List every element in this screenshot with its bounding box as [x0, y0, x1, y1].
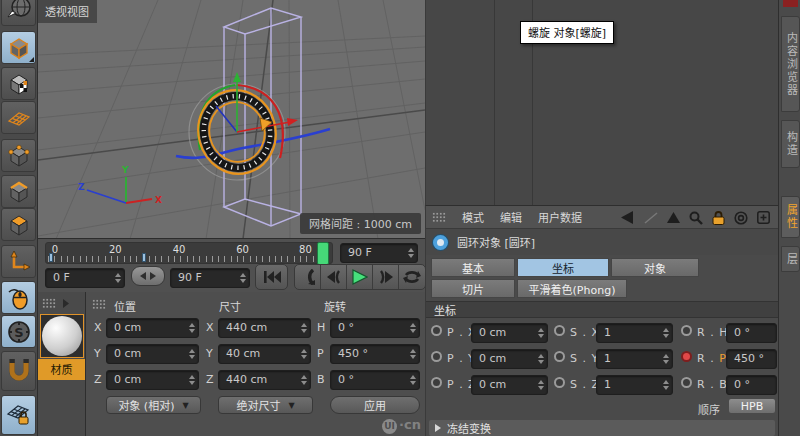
forward-arrow-icon[interactable]	[644, 212, 658, 224]
tab-coordinates[interactable]: 坐标	[517, 258, 609, 277]
keyframe-dot-active[interactable]	[681, 351, 692, 362]
range-start-field[interactable]: 0 F	[45, 268, 125, 288]
position-z-field[interactable]: 0 cm	[106, 370, 199, 390]
tab-slice[interactable]: 切片	[431, 279, 515, 298]
axis-label: Y	[94, 347, 101, 360]
viewport-nav-button[interactable]	[1, 281, 36, 314]
play-button[interactable]	[347, 265, 373, 289]
coordinate-panel: 位置 尺寸 旋转 X 0 cm X 440 cm H 0 ° Y 0 cm Y …	[86, 292, 425, 436]
prev-frame-button[interactable]	[321, 265, 347, 289]
material-thumbnail[interactable]	[40, 314, 84, 358]
spinner[interactable]	[115, 269, 121, 287]
keyframe-dot[interactable]	[431, 351, 442, 362]
rotation-b-field[interactable]: 0 °	[330, 370, 420, 390]
camera-move-button[interactable]	[1, 0, 36, 26]
transport-controls	[294, 264, 426, 290]
tab-structure[interactable]: 构造	[781, 120, 800, 168]
texture-mode-button[interactable]	[1, 67, 36, 100]
axis-mode-button[interactable]	[1, 245, 36, 278]
menu-edit[interactable]: 编辑	[500, 209, 522, 225]
back-arrow-icon[interactable]	[619, 211, 635, 224]
sy-field[interactable]: 1	[596, 349, 673, 369]
size-mode-select[interactable]: 绝对尺寸▼	[218, 396, 313, 414]
keyframe-dot[interactable]	[431, 377, 442, 388]
prev-key-button[interactable]	[295, 265, 321, 289]
range-end-field[interactable]: 90 F	[170, 268, 250, 288]
tab-object[interactable]: 对象	[611, 258, 699, 277]
playhead[interactable]	[317, 242, 329, 265]
pz-field[interactable]: 0 cm	[471, 375, 548, 395]
position-y-field[interactable]: 0 cm	[106, 344, 199, 364]
selected-object-row[interactable]: 圆环对象 [圆环]	[426, 229, 778, 255]
timeline-ruler[interactable]: 0 20 40 60 80	[45, 242, 333, 264]
polygons-mode-button[interactable]	[1, 208, 36, 241]
range-nudge-button[interactable]	[131, 266, 165, 286]
expand-arrow-icon[interactable]	[62, 299, 69, 308]
panel-grip[interactable]	[92, 299, 106, 310]
sz-field[interactable]: 1	[596, 375, 673, 395]
workplane-lock-button[interactable]	[1, 395, 36, 435]
keyframe-marker[interactable]	[142, 253, 146, 262]
snap-button[interactable]: S	[1, 315, 36, 348]
tab-attributes[interactable]: 属性	[781, 196, 800, 238]
perspective-viewport[interactable]: Y X Z 透视视图 网格间距 : 1000 cm	[38, 0, 425, 239]
tick-label: 80	[299, 244, 312, 255]
column-divider	[494, 0, 495, 205]
tab-phong[interactable]: 平滑着色(Phong)	[517, 279, 627, 298]
keyframe-dot[interactable]	[681, 377, 692, 388]
rotation-p-field[interactable]: 450 °	[330, 344, 420, 364]
mouse-icon	[7, 286, 31, 310]
loop-button[interactable]	[399, 265, 425, 289]
keyframe-dot[interactable]	[554, 351, 565, 362]
rp-field[interactable]: 450 °	[726, 349, 777, 369]
position-x-field[interactable]: 0 cm	[106, 318, 199, 338]
keyframe-dot[interactable]	[554, 325, 565, 336]
target-icon[interactable]	[734, 211, 748, 225]
size-y-field[interactable]: 40 cm	[218, 344, 311, 364]
tick-label: 60	[236, 244, 249, 255]
size-z-field[interactable]: 440 cm	[218, 370, 311, 390]
svg-text:S: S	[14, 324, 23, 339]
sx-field[interactable]: 1	[596, 323, 673, 343]
spinner[interactable]	[408, 244, 414, 262]
left-toolbar: S	[0, 0, 38, 436]
freeze-transform-section[interactable]: 冻结变换	[429, 420, 775, 436]
px-field[interactable]: 0 cm	[471, 323, 548, 343]
model-mode-button[interactable]	[1, 31, 36, 64]
lock-icon[interactable]	[712, 211, 725, 225]
py-field[interactable]: 0 cm	[471, 349, 548, 369]
panel-grip[interactable]	[432, 212, 446, 223]
object-manager[interactable]: 螺旋 对象[螺旋]	[425, 0, 778, 205]
keyframe-marker[interactable]	[49, 253, 53, 262]
rb-field[interactable]: 0 °	[726, 375, 777, 395]
tab-basic[interactable]: 基本	[431, 258, 515, 277]
menu-user-data[interactable]: 用户数据	[538, 209, 582, 225]
keyframe-dot[interactable]	[554, 377, 565, 388]
material-name-label[interactable]: 材质	[38, 359, 85, 380]
spinner[interactable]	[240, 269, 246, 287]
jump-start-button[interactable]	[255, 264, 288, 290]
magnet-button[interactable]	[1, 351, 36, 391]
keyframe-dot[interactable]	[431, 325, 442, 336]
order-select[interactable]: HPB	[728, 398, 776, 414]
coordinates-section-header[interactable]: 坐标	[426, 301, 778, 318]
up-arrow-icon[interactable]	[667, 211, 680, 224]
rotation-h-field[interactable]: 0 °	[330, 318, 420, 338]
axis-label: X	[206, 321, 214, 334]
size-x-field[interactable]: 440 cm	[218, 318, 311, 338]
add-panel-icon[interactable]	[757, 211, 770, 224]
tab-content-browser[interactable]: 内容浏览器	[781, 16, 800, 112]
tab-layers[interactable]: 层	[781, 246, 800, 272]
keyframe-dot[interactable]	[681, 325, 692, 336]
search-icon[interactable]	[689, 211, 703, 225]
playhead-frame-field[interactable]: 90 F	[340, 243, 418, 263]
panel-grip[interactable]	[42, 298, 56, 309]
menu-mode[interactable]: 模式	[462, 209, 484, 225]
coord-mode-select[interactable]: 对象 (相对)▼	[106, 396, 201, 414]
workplane-button[interactable]	[1, 101, 36, 134]
rh-field[interactable]: 0 °	[726, 323, 777, 343]
points-mode-button[interactable]	[1, 139, 36, 172]
apply-button[interactable]: 应用	[330, 396, 420, 414]
edges-mode-button[interactable]	[1, 175, 36, 208]
next-frame-button[interactable]	[373, 265, 399, 289]
